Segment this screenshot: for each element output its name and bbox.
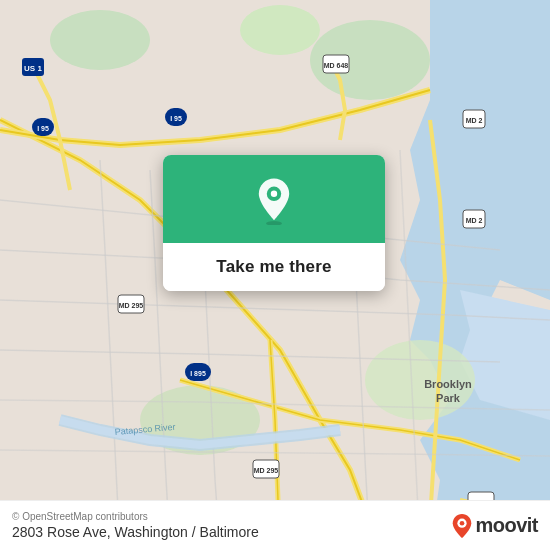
svg-text:Brooklyn: Brooklyn [424, 378, 472, 390]
svg-text:MD 648: MD 648 [324, 62, 349, 69]
map-container: US 1 I 95 I 95 I 895 MD 295 MD 295 MD 64… [0, 0, 550, 550]
location-pin-icon [250, 177, 298, 225]
location-card: Take me there [163, 155, 385, 291]
take-me-there-button[interactable]: Take me there [163, 243, 385, 291]
address-section: © OpenStreetMap contributors 2803 Rose A… [12, 511, 259, 540]
copyright-text: © OpenStreetMap contributors [12, 511, 259, 522]
bottom-bar: © OpenStreetMap contributors 2803 Rose A… [0, 500, 550, 550]
svg-text:I 95: I 95 [170, 115, 182, 122]
moovit-logo: moovit [451, 513, 538, 539]
svg-point-3 [50, 10, 150, 70]
svg-text:MD 295: MD 295 [254, 467, 279, 474]
svg-point-31 [271, 191, 277, 197]
svg-point-29 [266, 221, 282, 225]
svg-text:MD 295: MD 295 [119, 302, 144, 309]
svg-text:MD 2: MD 2 [466, 217, 483, 224]
svg-text:US 1: US 1 [24, 64, 42, 73]
moovit-pin-icon [451, 513, 473, 539]
svg-text:I 95: I 95 [37, 125, 49, 132]
card-green-header [163, 155, 385, 243]
address-text: 2803 Rose Ave, Washington / Baltimore [12, 524, 259, 540]
svg-point-2 [240, 5, 320, 55]
svg-point-33 [460, 520, 465, 525]
svg-text:Park: Park [436, 392, 461, 404]
moovit-wordmark: moovit [475, 514, 538, 537]
svg-text:I 895: I 895 [190, 370, 206, 377]
svg-text:MD 2: MD 2 [466, 117, 483, 124]
